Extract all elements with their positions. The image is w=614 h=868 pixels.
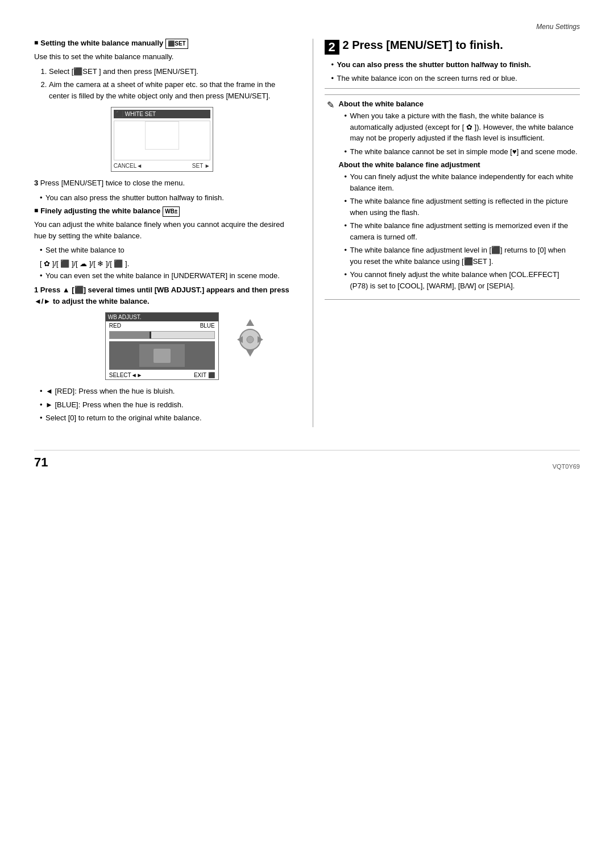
select-0-bullet: Select [0] to return to the original whi… (40, 412, 290, 424)
section1-steps: Select [⬛SET ] and then press [MENU/SET]… (40, 66, 290, 102)
wb-fine-bullet-3: The white balance fine adjustment settin… (345, 220, 578, 242)
section2-bullets2: You can even set the white balance in [U… (40, 270, 290, 282)
wb-bullet-1: When you take a picture with the flash, … (345, 110, 578, 144)
wb-adjust-preview (109, 341, 215, 370)
white-set-box: ⬛ WHITE SET CANCEL◄ SET ► (111, 107, 213, 172)
wb-bullet-2: The white balance cannot be set in simpl… (345, 146, 578, 158)
wb-adjust-container: WB ADJUST. RED BLUE SELE (91, 312, 233, 380)
svg-point-5 (247, 336, 254, 343)
wb-adjust-labels: RED BLUE (106, 321, 218, 330)
wb-fine-bullet-5: You cannot finely adjust the white balan… (345, 269, 578, 291)
section2-bullet2: You can even set the white balance in [U… (40, 270, 290, 282)
svg-marker-0 (246, 319, 254, 326)
set-icon: ⬛SET (165, 39, 188, 49)
left-column: Setting the white balance manually ⬛SET … (34, 39, 296, 427)
header-label: Menu Settings (536, 23, 580, 31)
dpad-svg (236, 318, 264, 358)
arrow-bullet-red: ◄ [RED]: Press when the hue is bluish. (40, 386, 290, 397)
step3-bullets: You can also press the shutter button ha… (40, 192, 290, 204)
wb-adjust-box: WB ADJUST. RED BLUE SELE (105, 312, 219, 380)
step-1: Select [⬛SET ] and then press [MENU/SET]… (49, 66, 290, 77)
page-header: Menu Settings (34, 23, 580, 33)
step2-heading: 2 2 Press [MENU/SET] to finish. (325, 39, 580, 55)
step2-sub-heading: You can also press the shutter button ha… (331, 59, 580, 71)
white-set-title: ⬛ WHITE SET (114, 110, 210, 118)
step3-bullet1: You can also press the shutter button ha… (40, 192, 290, 204)
step2-bullet: The white balance icon on the screen tur… (331, 73, 580, 84)
wb-fine-bullet-1: You can finely adjust the white balance … (345, 171, 578, 193)
section1-intro: Use this to set the white balance manual… (34, 51, 290, 63)
wb-fine-bullets: You can finely adjust the white balance … (345, 171, 578, 291)
step-2: Aim the camera at a sheet of white paper… (49, 79, 290, 101)
white-set-footer: CANCEL◄ SET ► (114, 163, 210, 169)
note-box: ✎ About the white balance When you take … (325, 94, 580, 300)
section2-bullet1: Set the white balance to (40, 245, 290, 256)
wb-fine-heading: About the white balance fine adjustment (339, 160, 578, 169)
section2-intro: You can adjust the white balance finely … (34, 219, 290, 241)
wb-bullets: When you take a picture with the flash, … (345, 110, 578, 157)
page-footer: 71 VQT0Y69 (34, 450, 580, 470)
wb-section-heading: About the white balance (339, 100, 578, 108)
note-content: About the white balance When you take a … (339, 100, 578, 295)
section1-heading: Setting the white balance manually ⬛SET (34, 39, 290, 49)
arrow-bullet-blue: ► [BLUE]: Press when the hue is reddish. (40, 399, 290, 411)
wb-adjust-bar-container (106, 330, 218, 340)
note-icon: ✎ (327, 100, 334, 295)
svg-marker-2 (246, 350, 254, 357)
wb-fine-bullet-4: The white balance fine adjustment level … (345, 245, 578, 267)
page-number: 71 (34, 455, 48, 470)
white-set-preview (114, 121, 210, 160)
step3-text: 3 Press [MENU/SET] twice to close the me… (34, 177, 290, 189)
wb-icon: WB± (163, 206, 180, 217)
symbol-row: [ ✿ ]/[ ⬛ ]/[ ☁ ]/[ ❄ ]/[ ⬛ ]. (40, 259, 290, 268)
section2-heading: Finely adjusting the white balance WB± (34, 206, 290, 217)
dpad-container (236, 318, 264, 359)
wb-bar-marker (150, 332, 151, 338)
step2-sub-bullets: You can also press the shutter button ha… (331, 59, 580, 84)
wb-bar-fill (110, 332, 152, 338)
wb-adjust-footer: SELECT◄► EXIT ⬛ (106, 371, 218, 379)
wb-fine-bullet-2: The white balance fine adjustment settin… (345, 196, 578, 218)
step1-heading: 1 Press ▲ [⬛] several times until [WB AD… (34, 284, 290, 307)
arrow-bullets: ◄ [RED]: Press when the hue is bluish. ►… (40, 386, 290, 424)
model-number: VQT0Y69 (553, 463, 580, 470)
section2-bullets: Set the white balance to (40, 245, 290, 256)
step-number: 2 (325, 40, 339, 55)
wb-adjust-title: WB ADJUST. (106, 313, 218, 321)
white-set-icon: ⬛ (116, 111, 123, 117)
divider1 (325, 88, 580, 89)
wb-adjust-bar (109, 331, 215, 339)
right-column: 2 2 Press [MENU/SET] to finish. You can … (313, 39, 580, 427)
